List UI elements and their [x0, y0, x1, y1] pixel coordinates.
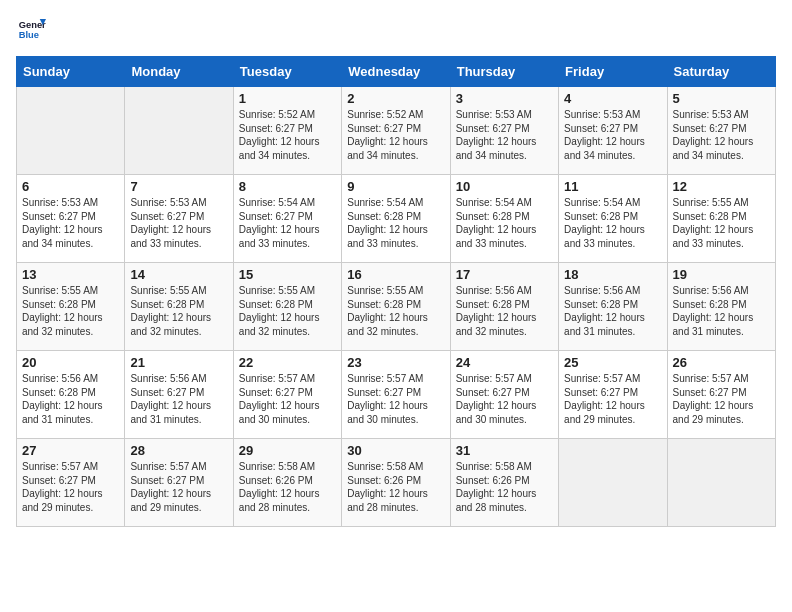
- calendar-cell: 8Sunrise: 5:54 AM Sunset: 6:27 PM Daylig…: [233, 175, 341, 263]
- weekday-header-sunday: Sunday: [17, 57, 125, 87]
- day-number: 13: [22, 267, 119, 282]
- weekday-header-tuesday: Tuesday: [233, 57, 341, 87]
- calendar-cell: 4Sunrise: 5:53 AM Sunset: 6:27 PM Daylig…: [559, 87, 667, 175]
- day-number: 12: [673, 179, 770, 194]
- day-detail: Sunrise: 5:58 AM Sunset: 6:26 PM Dayligh…: [347, 460, 444, 514]
- day-detail: Sunrise: 5:55 AM Sunset: 6:28 PM Dayligh…: [130, 284, 227, 338]
- day-detail: Sunrise: 5:57 AM Sunset: 6:27 PM Dayligh…: [239, 372, 336, 426]
- calendar-cell: 13Sunrise: 5:55 AM Sunset: 6:28 PM Dayli…: [17, 263, 125, 351]
- calendar-cell: [125, 87, 233, 175]
- calendar-cell: 12Sunrise: 5:55 AM Sunset: 6:28 PM Dayli…: [667, 175, 775, 263]
- day-detail: Sunrise: 5:55 AM Sunset: 6:28 PM Dayligh…: [673, 196, 770, 250]
- calendar-cell: 1Sunrise: 5:52 AM Sunset: 6:27 PM Daylig…: [233, 87, 341, 175]
- day-number: 14: [130, 267, 227, 282]
- calendar-cell: 3Sunrise: 5:53 AM Sunset: 6:27 PM Daylig…: [450, 87, 558, 175]
- day-number: 19: [673, 267, 770, 282]
- day-detail: Sunrise: 5:52 AM Sunset: 6:27 PM Dayligh…: [239, 108, 336, 162]
- day-detail: Sunrise: 5:57 AM Sunset: 6:27 PM Dayligh…: [347, 372, 444, 426]
- calendar-cell: 23Sunrise: 5:57 AM Sunset: 6:27 PM Dayli…: [342, 351, 450, 439]
- calendar-cell: 25Sunrise: 5:57 AM Sunset: 6:27 PM Dayli…: [559, 351, 667, 439]
- calendar-week-4: 20Sunrise: 5:56 AM Sunset: 6:28 PM Dayli…: [17, 351, 776, 439]
- day-number: 29: [239, 443, 336, 458]
- day-detail: Sunrise: 5:57 AM Sunset: 6:27 PM Dayligh…: [456, 372, 553, 426]
- day-detail: Sunrise: 5:53 AM Sunset: 6:27 PM Dayligh…: [130, 196, 227, 250]
- day-detail: Sunrise: 5:56 AM Sunset: 6:28 PM Dayligh…: [22, 372, 119, 426]
- day-number: 6: [22, 179, 119, 194]
- day-number: 25: [564, 355, 661, 370]
- day-number: 10: [456, 179, 553, 194]
- day-detail: Sunrise: 5:58 AM Sunset: 6:26 PM Dayligh…: [239, 460, 336, 514]
- calendar-cell: 9Sunrise: 5:54 AM Sunset: 6:28 PM Daylig…: [342, 175, 450, 263]
- day-detail: Sunrise: 5:53 AM Sunset: 6:27 PM Dayligh…: [456, 108, 553, 162]
- calendar-cell: [559, 439, 667, 527]
- day-detail: Sunrise: 5:54 AM Sunset: 6:28 PM Dayligh…: [456, 196, 553, 250]
- calendar-cell: 16Sunrise: 5:55 AM Sunset: 6:28 PM Dayli…: [342, 263, 450, 351]
- day-detail: Sunrise: 5:54 AM Sunset: 6:27 PM Dayligh…: [239, 196, 336, 250]
- calendar-cell: 28Sunrise: 5:57 AM Sunset: 6:27 PM Dayli…: [125, 439, 233, 527]
- day-number: 9: [347, 179, 444, 194]
- calendar-cell: [17, 87, 125, 175]
- svg-text:Blue: Blue: [19, 30, 39, 40]
- day-detail: Sunrise: 5:53 AM Sunset: 6:27 PM Dayligh…: [673, 108, 770, 162]
- day-number: 11: [564, 179, 661, 194]
- calendar-week-5: 27Sunrise: 5:57 AM Sunset: 6:27 PM Dayli…: [17, 439, 776, 527]
- weekday-header-friday: Friday: [559, 57, 667, 87]
- day-number: 15: [239, 267, 336, 282]
- day-detail: Sunrise: 5:57 AM Sunset: 6:27 PM Dayligh…: [564, 372, 661, 426]
- calendar-cell: 26Sunrise: 5:57 AM Sunset: 6:27 PM Dayli…: [667, 351, 775, 439]
- day-detail: Sunrise: 5:57 AM Sunset: 6:27 PM Dayligh…: [22, 460, 119, 514]
- day-number: 17: [456, 267, 553, 282]
- calendar-cell: 15Sunrise: 5:55 AM Sunset: 6:28 PM Dayli…: [233, 263, 341, 351]
- day-number: 22: [239, 355, 336, 370]
- day-number: 27: [22, 443, 119, 458]
- day-detail: Sunrise: 5:55 AM Sunset: 6:28 PM Dayligh…: [22, 284, 119, 338]
- day-number: 18: [564, 267, 661, 282]
- calendar-cell: 31Sunrise: 5:58 AM Sunset: 6:26 PM Dayli…: [450, 439, 558, 527]
- calendar-cell: 17Sunrise: 5:56 AM Sunset: 6:28 PM Dayli…: [450, 263, 558, 351]
- day-detail: Sunrise: 5:53 AM Sunset: 6:27 PM Dayligh…: [564, 108, 661, 162]
- day-number: 31: [456, 443, 553, 458]
- day-detail: Sunrise: 5:52 AM Sunset: 6:27 PM Dayligh…: [347, 108, 444, 162]
- calendar-cell: 24Sunrise: 5:57 AM Sunset: 6:27 PM Dayli…: [450, 351, 558, 439]
- page-header: General Blue: [16, 16, 776, 44]
- day-detail: Sunrise: 5:56 AM Sunset: 6:28 PM Dayligh…: [564, 284, 661, 338]
- calendar-header: SundayMondayTuesdayWednesdayThursdayFrid…: [17, 57, 776, 87]
- weekday-header-monday: Monday: [125, 57, 233, 87]
- calendar-cell: 10Sunrise: 5:54 AM Sunset: 6:28 PM Dayli…: [450, 175, 558, 263]
- calendar-cell: 11Sunrise: 5:54 AM Sunset: 6:28 PM Dayli…: [559, 175, 667, 263]
- logo: General Blue: [16, 16, 46, 44]
- day-number: 21: [130, 355, 227, 370]
- calendar-week-2: 6Sunrise: 5:53 AM Sunset: 6:27 PM Daylig…: [17, 175, 776, 263]
- day-number: 7: [130, 179, 227, 194]
- day-detail: Sunrise: 5:54 AM Sunset: 6:28 PM Dayligh…: [564, 196, 661, 250]
- weekday-header-saturday: Saturday: [667, 57, 775, 87]
- day-detail: Sunrise: 5:53 AM Sunset: 6:27 PM Dayligh…: [22, 196, 119, 250]
- day-detail: Sunrise: 5:58 AM Sunset: 6:26 PM Dayligh…: [456, 460, 553, 514]
- logo-icon: General Blue: [18, 16, 46, 44]
- day-number: 4: [564, 91, 661, 106]
- day-number: 26: [673, 355, 770, 370]
- calendar-cell: 14Sunrise: 5:55 AM Sunset: 6:28 PM Dayli…: [125, 263, 233, 351]
- day-detail: Sunrise: 5:56 AM Sunset: 6:28 PM Dayligh…: [673, 284, 770, 338]
- calendar-cell: 6Sunrise: 5:53 AM Sunset: 6:27 PM Daylig…: [17, 175, 125, 263]
- day-number: 3: [456, 91, 553, 106]
- calendar-cell: 27Sunrise: 5:57 AM Sunset: 6:27 PM Dayli…: [17, 439, 125, 527]
- day-number: 28: [130, 443, 227, 458]
- calendar-week-1: 1Sunrise: 5:52 AM Sunset: 6:27 PM Daylig…: [17, 87, 776, 175]
- calendar-cell: 20Sunrise: 5:56 AM Sunset: 6:28 PM Dayli…: [17, 351, 125, 439]
- calendar-cell: 30Sunrise: 5:58 AM Sunset: 6:26 PM Dayli…: [342, 439, 450, 527]
- calendar-cell: 19Sunrise: 5:56 AM Sunset: 6:28 PM Dayli…: [667, 263, 775, 351]
- day-detail: Sunrise: 5:56 AM Sunset: 6:27 PM Dayligh…: [130, 372, 227, 426]
- calendar-cell: 5Sunrise: 5:53 AM Sunset: 6:27 PM Daylig…: [667, 87, 775, 175]
- day-number: 5: [673, 91, 770, 106]
- day-number: 16: [347, 267, 444, 282]
- day-number: 2: [347, 91, 444, 106]
- day-detail: Sunrise: 5:57 AM Sunset: 6:27 PM Dayligh…: [673, 372, 770, 426]
- day-detail: Sunrise: 5:57 AM Sunset: 6:27 PM Dayligh…: [130, 460, 227, 514]
- day-detail: Sunrise: 5:54 AM Sunset: 6:28 PM Dayligh…: [347, 196, 444, 250]
- day-number: 1: [239, 91, 336, 106]
- calendar-cell: 18Sunrise: 5:56 AM Sunset: 6:28 PM Dayli…: [559, 263, 667, 351]
- day-detail: Sunrise: 5:56 AM Sunset: 6:28 PM Dayligh…: [456, 284, 553, 338]
- day-detail: Sunrise: 5:55 AM Sunset: 6:28 PM Dayligh…: [347, 284, 444, 338]
- day-number: 24: [456, 355, 553, 370]
